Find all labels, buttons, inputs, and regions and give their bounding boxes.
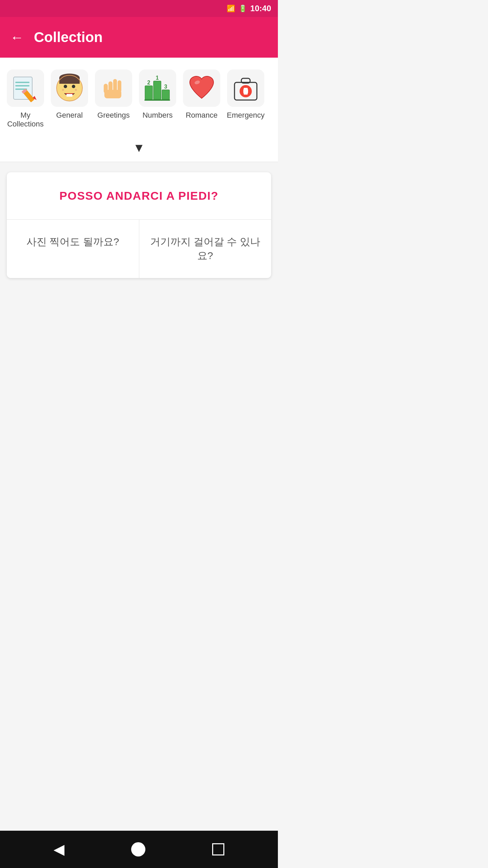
my-collections-icon-wrap — [7, 70, 44, 107]
app-bar: ← Collection — [0, 17, 278, 58]
nav-recents-button[interactable] — [212, 843, 224, 855]
emergency-icon-wrap — [227, 70, 264, 107]
card-answers: 사진 찍어도 될까요? 거기까지 걸어갈 수 있나요? — [7, 220, 271, 278]
general-label: General — [56, 111, 83, 120]
status-time: 10:40 — [250, 4, 271, 13]
card-answer-1[interactable]: 사진 찍어도 될까요? — [7, 220, 139, 278]
svg-text:3: 3 — [164, 84, 167, 90]
numbers-label: Numbers — [142, 111, 172, 120]
svg-rect-33 — [244, 88, 248, 95]
category-item-romance[interactable]: Romance — [180, 68, 224, 121]
nav-back-button[interactable]: ◀ — [54, 842, 64, 856]
svg-text:1: 1 — [156, 75, 159, 81]
romance-icon — [186, 73, 217, 103]
category-item-general[interactable]: General — [47, 68, 92, 121]
emergency-icon — [230, 73, 261, 103]
card-answer-2[interactable]: 거기까지 걸어갈 수 있나요? — [139, 220, 271, 278]
app-bar-title: Collection — [34, 29, 103, 45]
category-item-greetings[interactable]: Greetings — [92, 68, 136, 121]
svg-rect-14 — [66, 94, 73, 97]
greetings-label: Greetings — [97, 111, 129, 120]
nav-bar: ◀ — [0, 831, 278, 868]
category-section: My Collections — [0, 58, 278, 137]
card-question: POSSO ANDARCI A PIEDI? — [7, 172, 271, 220]
emergency-label: Emergency — [227, 111, 264, 120]
svg-rect-25 — [162, 90, 169, 99]
romance-label: Romance — [186, 111, 218, 120]
svg-point-12 — [62, 89, 64, 91]
battery-icon: 🔋 — [239, 4, 247, 13]
category-item-numbers[interactable]: 2 1 3 Numbers — [136, 68, 180, 121]
network-icon: 📶 — [227, 4, 235, 13]
numbers-icon-wrap: 2 1 3 — [139, 70, 176, 107]
svg-point-10 — [64, 85, 67, 88]
svg-rect-9 — [59, 78, 80, 84]
status-bar: 📶 🔋 10:40 — [0, 0, 278, 17]
greetings-icon-wrap — [95, 70, 132, 107]
chevron-row[interactable]: ▼ — [0, 137, 278, 162]
card-question-text: POSSO ANDARCI A PIEDI? — [59, 189, 218, 202]
svg-rect-27 — [144, 99, 170, 101]
numbers-icon: 2 1 3 — [142, 73, 173, 103]
svg-point-11 — [72, 85, 75, 88]
general-icon-wrap — [51, 70, 88, 107]
back-button[interactable]: ← — [10, 31, 24, 44]
svg-rect-23 — [154, 81, 161, 99]
svg-rect-21 — [145, 86, 152, 99]
general-icon — [54, 73, 85, 103]
svg-text:2: 2 — [147, 80, 150, 85]
romance-icon-wrap — [183, 70, 220, 107]
svg-rect-20 — [104, 90, 121, 98]
my-collections-label: My Collections — [5, 111, 46, 129]
expand-chevron-icon[interactable]: ▼ — [133, 141, 145, 155]
my-collections-icon — [10, 73, 41, 103]
greetings-icon — [98, 73, 129, 103]
flash-card: POSSO ANDARCI A PIEDI? 사진 찍어도 될까요? 거기까지 … — [7, 172, 271, 278]
category-row: My Collections — [3, 68, 274, 131]
category-item-my-collections[interactable]: My Collections — [3, 68, 47, 131]
category-item-emergency[interactable]: Emergency — [224, 68, 268, 121]
svg-point-13 — [75, 89, 77, 91]
nav-home-button[interactable] — [131, 842, 145, 856]
